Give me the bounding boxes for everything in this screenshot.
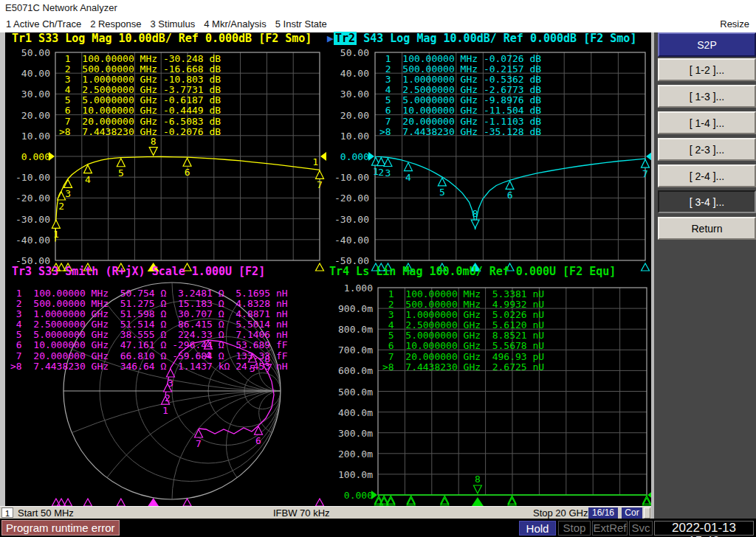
svg-text:2: 2	[378, 167, 384, 178]
softkey-1-4[interactable]: [ 1-4 ]...	[658, 111, 756, 134]
svg-text:1: 1	[312, 156, 318, 167]
svg-text:5: 5	[118, 167, 124, 179]
datetime-label: 2022-01-13 15:40	[654, 521, 754, 536]
svg-text:500.0m: 500.0m	[338, 387, 373, 398]
svg-text:100.0m: 100.0m	[338, 469, 373, 480]
svg-text:-30.00: -30.00	[334, 214, 369, 225]
extref-status-badge: ExtRef	[592, 521, 628, 536]
stop-frequency-label: Stop 20 GHz	[533, 507, 588, 519]
svg-text:-10.00: -10.00	[334, 172, 369, 183]
svg-text:0.000: 0.000	[340, 151, 369, 162]
softkey-return[interactable]: Return	[658, 217, 756, 240]
svg-text:3: 3	[65, 188, 71, 199]
svg-text:300.0m: 300.0m	[338, 428, 373, 439]
svg-text:50.00: 50.00	[340, 47, 369, 58]
svg-text:10.00: 10.00	[340, 131, 369, 142]
tr4-marker-table: 1 100.00000 MHz 5.3381 nU 2 500.00000 MH…	[382, 289, 544, 373]
svg-text:600.0m: 600.0m	[338, 365, 373, 376]
tr1-header: Tr1 S33 Log Mag 10.00dB/ Ref 0.000dB [F2…	[12, 33, 312, 44]
instrument-screen: E5071C Network Analyzer 1 Active Ch/Trac…	[0, 0, 756, 537]
stop-status-badge: Stop	[558, 521, 591, 536]
svg-text:7: 7	[642, 168, 648, 179]
svg-text:40.00: 40.00	[340, 68, 369, 79]
svg-text:-40.00: -40.00	[16, 235, 50, 246]
svg-text:800.0m: 800.0m	[338, 324, 373, 335]
svg-text:6: 6	[255, 435, 261, 446]
softkey-1-3[interactable]: [ 1-3 ]...	[658, 85, 756, 108]
softkey-sidebar: S2P[ 1-2 ]...[ 1-3 ]...[ 1-4 ]...[ 2-3 ]…	[651, 32, 756, 519]
svg-text:0.000: 0.000	[344, 490, 373, 501]
menu-bar: 1 Active Ch/Trace2 Response3 Stimulus4 M…	[0, 15, 756, 32]
ifbw-label: IFBW 70 kHz	[273, 507, 330, 519]
svg-text:20.00: 20.00	[340, 110, 369, 121]
svg-text:5: 5	[439, 187, 445, 198]
svg-text:0.000: 0.000	[21, 151, 50, 162]
window-title: E5071C Network Analyzer	[0, 0, 756, 15]
svg-text:1.000: 1.000	[344, 283, 373, 294]
svg-text:1: 1	[162, 405, 168, 416]
svg-text:6: 6	[185, 167, 190, 178]
svg-text:2: 2	[165, 392, 171, 403]
svg-text:-20.00: -20.00	[334, 193, 369, 204]
svg-text:7: 7	[317, 179, 323, 190]
instrument-status-bar: Program runtime error Hold Stop ExtRef S…	[0, 519, 756, 537]
tr4-header: Tr4 Ls Lin Mag 100.0mU/ Ref 0.000U [F2 E…	[329, 266, 616, 277]
error-message-badge: Program runtime error	[1, 520, 120, 536]
correction-badge: Cor	[622, 507, 642, 519]
svg-text:200.0m: 200.0m	[338, 448, 373, 460]
svg-text:3: 3	[385, 167, 391, 179]
svg-text:8: 8	[475, 474, 481, 485]
tr2-marker-table: 1 100.00000 MHz -0.0726 dB 2 500.00000 M…	[379, 54, 541, 137]
svg-text:400.0m: 400.0m	[338, 407, 373, 418]
svg-text:900.0m: 900.0m	[338, 303, 373, 314]
tr3-header: Tr3 S33 Smith (R+jX) Scale 1.000U [F2]	[12, 266, 265, 277]
resize-button[interactable]: Resize	[720, 18, 756, 30]
svg-text:8: 8	[472, 208, 478, 219]
svg-text:2: 2	[58, 201, 64, 212]
svg-text:8: 8	[151, 136, 157, 147]
hold-status-badge: Hold	[519, 521, 556, 536]
svg-text:-10.00: -10.00	[16, 172, 50, 183]
active-trace-arrow-icon: ▶	[327, 32, 334, 45]
svg-text:10.00: 10.00	[21, 131, 50, 142]
softkey-1-2[interactable]: [ 1-2 ]...	[658, 58, 756, 81]
svc-status-badge: Svc	[629, 521, 653, 536]
svg-text:6: 6	[507, 190, 513, 201]
softkey-2-3[interactable]: [ 2-3 ]...	[658, 138, 756, 161]
left-window-border	[0, 32, 5, 506]
status-bar: 1 Start 50 MHz IFBW 70 kHz Stop 20 GHz 1…	[0, 506, 651, 519]
svg-text:-40.00: -40.00	[334, 235, 369, 246]
svg-text:40.00: 40.00	[21, 68, 50, 79]
softkey-2-4[interactable]: [ 2-4 ]...	[658, 164, 756, 187]
start-frequency-label: Start 50 MHz	[18, 507, 74, 519]
menu-item-1[interactable]: 1 Active Ch/Trace	[6, 18, 81, 30]
statusbar-grip	[644, 507, 650, 519]
tr2-active-label: Tr2	[334, 32, 357, 45]
svg-text:-30.00: -30.00	[16, 214, 50, 225]
svg-text:30.00: 30.00	[340, 89, 369, 100]
svg-text:7: 7	[196, 438, 202, 449]
svg-text:50.00: 50.00	[21, 47, 50, 58]
tr2-header: ▶Tr2 S43 Log Mag 10.00dB/ Ref 0.000dB [F…	[327, 33, 636, 44]
menu-item-3[interactable]: 3 Stimulus	[151, 18, 196, 30]
tr2-header-text: S43 Log Mag 10.00dB/ Ref 0.000dB [F2 Smo…	[357, 32, 636, 45]
sweep-points-badge: 16/16	[588, 507, 618, 519]
svg-text:4: 4	[405, 172, 411, 183]
svg-text:20.00: 20.00	[21, 110, 50, 121]
svg-text:3: 3	[168, 378, 173, 389]
svg-text:1: 1	[53, 229, 59, 240]
softkey-3-4[interactable]: [ 3-4 ]...	[658, 190, 756, 213]
menu-item-4[interactable]: 4 Mkr/Analysis	[204, 18, 267, 30]
tr3-marker-table: 1 100.00000 MHz 50.754 Ω 3.2481 Ω 5.1695…	[10, 288, 288, 372]
menu-item-5[interactable]: 5 Instr State	[275, 18, 327, 30]
softkey-s2p-title[interactable]: S2P	[658, 32, 756, 57]
menu-item-2[interactable]: 2 Response	[90, 18, 141, 30]
svg-text:4: 4	[85, 174, 91, 185]
svg-text:-20.00: -20.00	[16, 193, 50, 204]
tr1-marker-table: 1 100.00000 MHz -30.248 dB 2 500.00000 M…	[59, 54, 221, 137]
svg-text:700.0m: 700.0m	[338, 344, 373, 356]
svg-text:1: 1	[373, 166, 379, 177]
svg-text:30.00: 30.00	[21, 89, 50, 100]
channel-number-badge: 1	[1, 507, 13, 518]
